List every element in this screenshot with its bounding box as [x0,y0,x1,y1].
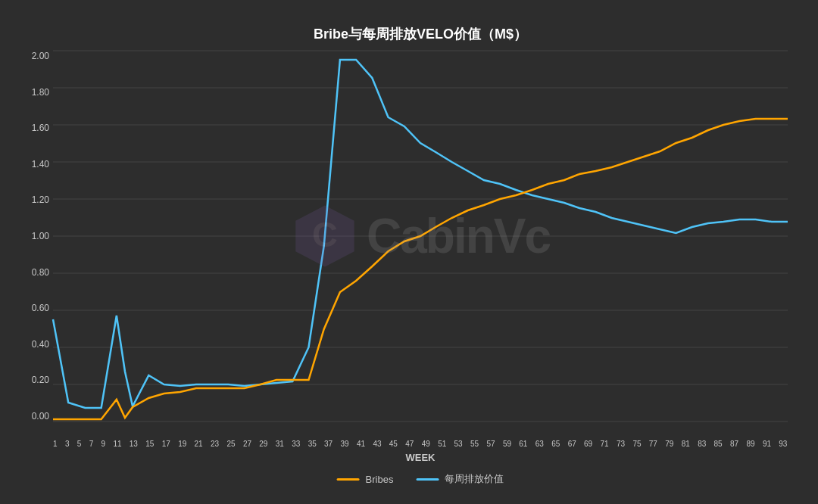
y-axis-labels: 2.00 1.80 1.60 1.40 1.20 1.00 0.80 0.60 … [11,51,49,422]
emission-legend-line [416,478,439,481]
chart-container: Bribe与每周排放VELO价值（M$） 2.00 1.80 1.60 1.40… [8,10,810,494]
x-axis-title: WEEK [53,452,788,463]
emission-line [53,60,788,408]
legend: Bribes 每周排放价值 [337,472,504,486]
chart-title: Bribe与每周排放VELO价值（M$） [53,25,788,43]
x-axis-labels: 1 3 5 7 9 11 13 15 17 19 21 23 25 27 29 … [53,440,788,448]
bribes-legend-line [337,478,360,481]
emission-legend-label: 每周排放价值 [445,472,504,486]
bribes-legend-label: Bribes [366,474,394,485]
chart-svg [53,51,788,422]
chart-area: 2.00 1.80 1.60 1.40 1.20 1.00 0.80 0.60 … [53,51,788,422]
legend-item-bribes: Bribes [337,474,394,485]
legend-item-emission: 每周排放价值 [416,472,504,486]
bribes-line [53,119,788,419]
